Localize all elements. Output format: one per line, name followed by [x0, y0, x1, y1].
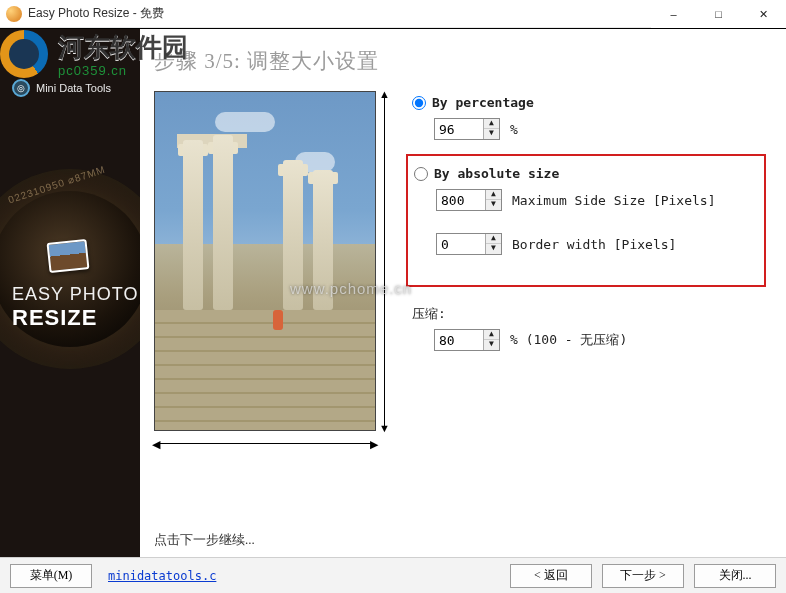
- label-by-percentage: By percentage: [432, 95, 534, 110]
- percentage-input[interactable]: [435, 119, 483, 139]
- spinner-down-icon[interactable]: ▼: [486, 244, 501, 254]
- app-icon: [6, 6, 22, 22]
- compress-spinner[interactable]: ▲ ▼: [434, 329, 500, 351]
- border-input[interactable]: [437, 234, 485, 254]
- compress-suffix: % (100 - 无压缩): [510, 331, 627, 349]
- window-title: Easy Photo Resize - 免费: [28, 5, 164, 22]
- compress-label: 压缩:: [412, 305, 766, 323]
- branding-panel: ◎ Mini Data Tools 022310950 ⌀87MM EASY P…: [0, 29, 140, 557]
- camera-icon: ◎: [12, 79, 30, 97]
- close-button[interactable]: 关闭...: [694, 564, 776, 588]
- close-window-button[interactable]: ✕: [741, 0, 786, 28]
- title-bar: Easy Photo Resize - 免费 – □ ✕: [0, 0, 786, 28]
- percentage-unit: %: [510, 122, 518, 137]
- preview-area: ▲▼ ◀▶: [154, 91, 394, 453]
- option-by-absolute[interactable]: By absolute size: [414, 166, 752, 181]
- footer-bar: 菜单(M) minidatatools.c < 返回 下一步 > 关闭...: [0, 557, 786, 593]
- spinner-down-icon[interactable]: ▼: [484, 129, 499, 139]
- absolute-unit: Maximum Side Size [Pixels]: [512, 193, 716, 208]
- step-heading: 步骤 3/5: 调整大小设置: [154, 47, 766, 75]
- window-controls: – □ ✕: [651, 0, 786, 28]
- mini-data-tools-label: ◎ Mini Data Tools: [12, 79, 111, 97]
- preview-photo: [155, 92, 375, 430]
- compress-input[interactable]: [435, 330, 483, 350]
- back-button[interactable]: < 返回: [510, 564, 592, 588]
- brand-text: EASY PHOTO RESIZE: [12, 284, 138, 331]
- resize-settings: By percentage ▲ ▼ % By absol: [412, 91, 766, 453]
- border-unit: Border width [Pixels]: [512, 237, 676, 252]
- main-area: ◎ Mini Data Tools 022310950 ⌀87MM EASY P…: [0, 29, 786, 557]
- label-by-absolute: By absolute size: [434, 166, 559, 181]
- vendor-link[interactable]: minidatatools.c: [108, 569, 216, 583]
- absolute-input[interactable]: [437, 190, 485, 210]
- next-hint: 点击下一步继续...: [154, 531, 255, 549]
- brand-line1: EASY PHOTO: [12, 284, 138, 305]
- absolute-size-highlight-box: By absolute size ▲ ▼ Maximum Side Size […: [406, 154, 766, 287]
- width-arrow-icon: ◀▶: [154, 435, 376, 453]
- image-preview: [154, 91, 376, 431]
- next-button[interactable]: 下一步 >: [602, 564, 684, 588]
- height-arrow-icon: ▲▼: [376, 91, 394, 431]
- absolute-spinner[interactable]: ▲ ▼: [436, 189, 502, 211]
- radio-by-absolute[interactable]: [414, 167, 428, 181]
- spinner-down-icon[interactable]: ▼: [484, 340, 499, 350]
- option-by-percentage[interactable]: By percentage: [412, 95, 766, 110]
- brand-line2: RESIZE: [12, 305, 138, 331]
- border-spinner[interactable]: ▲ ▼: [436, 233, 502, 255]
- radio-by-percentage[interactable]: [412, 96, 426, 110]
- photo-thumb-icon: [47, 239, 90, 273]
- minimize-button[interactable]: –: [651, 0, 696, 28]
- maximize-button[interactable]: □: [696, 0, 741, 28]
- menu-button[interactable]: 菜单(M): [10, 564, 92, 588]
- spinner-down-icon[interactable]: ▼: [486, 200, 501, 210]
- content-panel: 步骤 3/5: 调整大小设置 ▲▼: [140, 29, 786, 557]
- percentage-spinner[interactable]: ▲ ▼: [434, 118, 500, 140]
- mini-data-tools-text: Mini Data Tools: [36, 82, 111, 94]
